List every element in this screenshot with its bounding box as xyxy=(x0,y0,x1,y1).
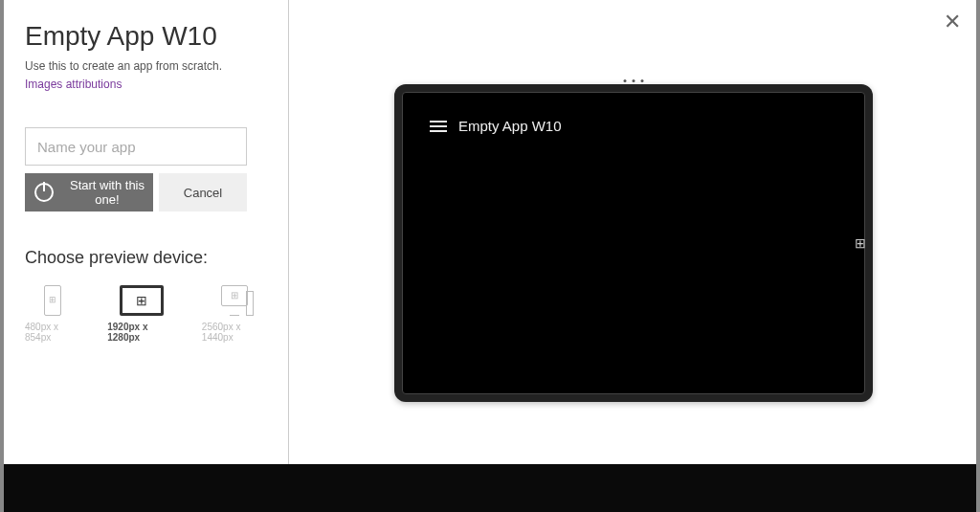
device-preview: ⊞ Empty App W10 xyxy=(394,84,873,402)
device-option-phone[interactable]: 480px x 854px xyxy=(25,285,80,343)
close-button[interactable]: ✕ xyxy=(944,11,961,33)
device-label: 1920px x 1280px xyxy=(107,322,175,343)
app-name-input[interactable] xyxy=(25,127,247,166)
action-buttons: Start with this one! Cancel xyxy=(25,173,267,211)
phone-icon xyxy=(44,285,61,316)
page-subtitle: Use this to create an app from scratch. xyxy=(25,59,267,73)
windows-logo-icon: ⊞ xyxy=(855,235,866,251)
device-options: 480px x 854px 1920px x 1280px 2560px x 1… xyxy=(25,285,267,343)
right-panel: ✕ ⊞ Empty App W10 xyxy=(289,0,976,512)
tablet-icon xyxy=(120,285,164,316)
start-button[interactable]: Start with this one! xyxy=(25,173,153,211)
start-button-label: Start with this one! xyxy=(61,178,153,207)
device-label: 2560px x 1440px xyxy=(202,322,267,343)
hamburger-icon[interactable] xyxy=(430,121,447,132)
device-section-label: Choose preview device: xyxy=(25,248,267,268)
preview-app-header: Empty App W10 xyxy=(416,106,851,145)
close-icon: ✕ xyxy=(944,10,961,33)
device-bezel: ⊞ Empty App W10 xyxy=(402,92,865,394)
images-attributions-link[interactable]: Images attributions xyxy=(25,78,122,91)
camera-dots xyxy=(624,79,644,82)
power-icon xyxy=(34,183,54,202)
preview-screen: Empty App W10 xyxy=(416,106,851,380)
device-label: 480px x 854px xyxy=(25,322,80,343)
device-option-tablet[interactable]: 1920px x 1280px xyxy=(107,285,175,343)
page-title: Empty App W10 xyxy=(25,21,267,52)
device-option-desktop[interactable]: 2560px x 1440px xyxy=(202,285,267,343)
bottom-bar xyxy=(4,464,976,512)
cancel-button-label: Cancel xyxy=(184,186,222,200)
preview-app-title: Empty App W10 xyxy=(458,118,562,134)
cancel-button[interactable]: Cancel xyxy=(159,173,247,211)
desktop-icon xyxy=(215,285,254,316)
left-panel: Empty App W10 Use this to create an app … xyxy=(4,0,289,512)
